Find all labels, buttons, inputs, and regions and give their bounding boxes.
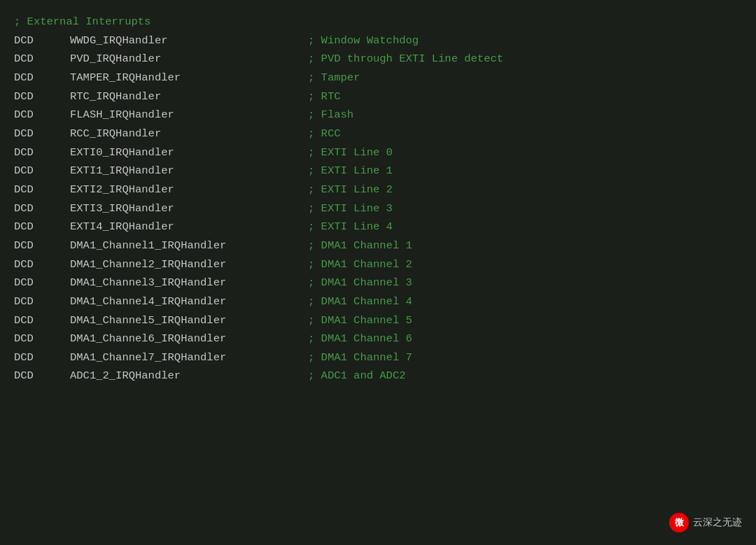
irq-handler: DMA1_Channel5_IRQHandler	[70, 311, 308, 330]
code-block: ; External Interrupts DCDWWDG_IRQHandler…	[0, 0, 756, 545]
header-comment-text: ; External Interrupts	[14, 13, 150, 31]
keyword-dcd: DCD	[14, 181, 70, 199]
code-line: DCDEXTI1_IRQHandler; EXTI Line 1	[14, 162, 742, 181]
irq-handler: EXTI3_IRQHandler	[70, 199, 308, 218]
keyword-dcd: DCD	[14, 87, 70, 106]
keyword-dcd: DCD	[14, 236, 70, 255]
code-line: DCDEXTI2_IRQHandler; EXTI Line 2	[14, 181, 742, 199]
watermark: 微 云深之无迹	[669, 513, 742, 532]
irq-handler: EXTI0_IRQHandler	[70, 143, 308, 162]
inline-comment: ; Window Watchdog	[308, 31, 419, 50]
watermark-icon-text: 微	[675, 516, 684, 529]
inline-comment: ; Tamper	[308, 69, 360, 87]
irq-handler: ADC1_2_IRQHandler	[70, 367, 308, 385]
irq-handler: WWDG_IRQHandler	[70, 31, 308, 50]
keyword-dcd: DCD	[14, 106, 70, 125]
code-line: DCDADC1_2_IRQHandler; ADC1 and ADC2	[14, 367, 742, 385]
keyword-dcd: DCD	[14, 50, 70, 69]
irq-handler: FLASH_IRQHandler	[70, 106, 308, 125]
inline-comment: ; ADC1 and ADC2	[308, 367, 406, 385]
inline-comment: ; DMA1 Channel 7	[308, 348, 412, 367]
keyword-dcd: DCD	[14, 69, 70, 87]
keyword-dcd: DCD	[14, 274, 70, 292]
inline-comment: ; EXTI Line 3	[308, 199, 393, 218]
code-line: DCDDMA1_Channel3_IRQHandler; DMA1 Channe…	[14, 274, 742, 292]
irq-handler: DMA1_Channel1_IRQHandler	[70, 236, 308, 255]
watermark-label: 云深之无迹	[693, 516, 742, 529]
keyword-dcd: DCD	[14, 162, 70, 181]
inline-comment: ; Flash	[308, 106, 354, 125]
irq-handler: DMA1_Channel7_IRQHandler	[70, 348, 308, 367]
watermark-icon: 微	[669, 513, 689, 532]
inline-comment: ; DMA1 Channel 1	[308, 236, 412, 255]
inline-comment: ; RCC	[308, 125, 341, 143]
keyword-dcd: DCD	[14, 125, 70, 143]
keyword-dcd: DCD	[14, 311, 70, 330]
inline-comment: ; EXTI Line 1	[308, 162, 393, 181]
code-line: DCDDMA1_Channel7_IRQHandler; DMA1 Channe…	[14, 348, 742, 367]
code-line: DCDFLASH_IRQHandler; Flash	[14, 106, 742, 125]
inline-comment: ; DMA1 Channel 4	[308, 292, 412, 311]
irq-handler: DMA1_Channel6_IRQHandler	[70, 330, 308, 348]
keyword-dcd: DCD	[14, 143, 70, 162]
inline-comment: ; DMA1 Channel 3	[308, 274, 412, 292]
irq-handler: RCC_IRQHandler	[70, 125, 308, 143]
code-line: DCDDMA1_Channel4_IRQHandler; DMA1 Channe…	[14, 292, 742, 311]
inline-comment: ; RTC	[308, 87, 341, 106]
keyword-dcd: DCD	[14, 330, 70, 348]
code-line: DCDDMA1_Channel1_IRQHandler; DMA1 Channe…	[14, 236, 742, 255]
code-line: DCDEXTI3_IRQHandler; EXTI Line 3	[14, 199, 742, 218]
code-line: DCDRCC_IRQHandler; RCC	[14, 125, 742, 143]
irq-handler: TAMPER_IRQHandler	[70, 69, 308, 87]
irq-handler: PVD_IRQHandler	[70, 50, 308, 69]
code-line: DCDRTC_IRQHandler; RTC	[14, 87, 742, 106]
code-line: DCDDMA1_Channel2_IRQHandler; DMA1 Channe…	[14, 255, 742, 274]
keyword-dcd: DCD	[14, 218, 70, 236]
code-line: DCDDMA1_Channel5_IRQHandler; DMA1 Channe…	[14, 311, 742, 330]
inline-comment: ; EXTI Line 4	[308, 218, 393, 236]
irq-handler: RTC_IRQHandler	[70, 87, 308, 106]
keyword-dcd: DCD	[14, 367, 70, 385]
inline-comment: ; EXTI Line 2	[308, 181, 393, 199]
irq-handler: EXTI1_IRQHandler	[70, 162, 308, 181]
irq-handler: DMA1_Channel2_IRQHandler	[70, 255, 308, 274]
code-line: DCDEXTI4_IRQHandler; EXTI Line 4	[14, 218, 742, 236]
code-line: DCDDMA1_Channel6_IRQHandler; DMA1 Channe…	[14, 330, 742, 348]
inline-comment: ; DMA1 Channel 5	[308, 311, 412, 330]
inline-comment: ; DMA1 Channel 6	[308, 330, 412, 348]
code-line: DCDWWDG_IRQHandler; Window Watchdog	[14, 31, 742, 50]
code-line: DCDTAMPER_IRQHandler; Tamper	[14, 69, 742, 87]
keyword-dcd: DCD	[14, 348, 70, 367]
header-comment-line: ; External Interrupts	[14, 13, 742, 31]
code-line: DCDPVD_IRQHandler; PVD through EXTI Line…	[14, 50, 742, 69]
keyword-dcd: DCD	[14, 199, 70, 218]
irq-handler: DMA1_Channel3_IRQHandler	[70, 274, 308, 292]
keyword-dcd: DCD	[14, 292, 70, 311]
inline-comment: ; PVD through EXTI Line detect	[308, 50, 503, 69]
irq-handler: DMA1_Channel4_IRQHandler	[70, 292, 308, 311]
inline-comment: ; EXTI Line 0	[308, 143, 393, 162]
code-lines-container: DCDWWDG_IRQHandler; Window WatchdogDCDPV…	[14, 31, 742, 385]
irq-handler: EXTI2_IRQHandler	[70, 181, 308, 199]
irq-handler: EXTI4_IRQHandler	[70, 218, 308, 236]
code-line: DCDEXTI0_IRQHandler; EXTI Line 0	[14, 143, 742, 162]
keyword-dcd: DCD	[14, 31, 70, 50]
keyword-dcd: DCD	[14, 255, 70, 274]
inline-comment: ; DMA1 Channel 2	[308, 255, 412, 274]
